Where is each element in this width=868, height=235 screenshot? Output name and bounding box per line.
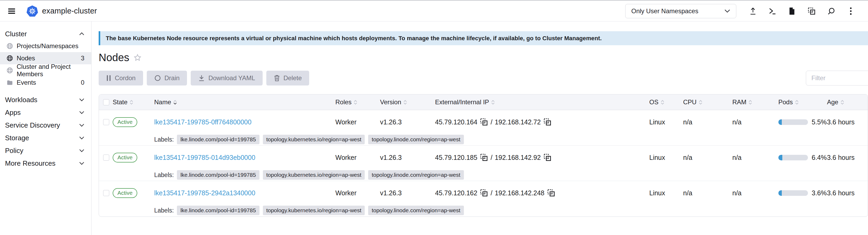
column-header-state[interactable]: State (113, 98, 154, 106)
delete-button[interactable]: Delete (266, 71, 309, 86)
info-banner-text: The base Kubernetes Node resource repres… (106, 35, 602, 42)
hamburger-menu-icon[interactable] (8, 8, 15, 14)
table-row: Activelke135417-199785-014d93eb0000Worke… (99, 146, 868, 181)
row-checkbox[interactable] (103, 190, 109, 196)
cell-external-internal-ip: 45.79.120.162/192.168.142.248 (435, 189, 649, 197)
label-tag: topology.kubernetes.io/region=ap-west (263, 206, 365, 215)
table-row-main: Activelke135417-199785-014d93eb0000Worke… (99, 146, 868, 169)
sort-arrows-icon (795, 100, 799, 105)
table-row: Activelke135417-199785-2942a1340000Worke… (99, 181, 868, 216)
column-header-age[interactable]: Age (827, 98, 868, 106)
sort-arrows-icon (130, 100, 133, 105)
column-header-label: Name (154, 98, 171, 106)
sidebar-group-apps[interactable]: Apps (0, 106, 91, 119)
chevron-up-icon (79, 32, 84, 35)
cell-age: 3.6 hours (827, 118, 868, 126)
cell-ram: n/a (732, 189, 778, 197)
column-header-name[interactable]: Name (154, 98, 335, 106)
chevron-down-icon (79, 162, 84, 165)
favorite-star-icon[interactable] (133, 54, 142, 62)
pods-progress-fill (778, 190, 782, 196)
roles-value: Worker (335, 154, 356, 161)
pods-progress-fill (778, 155, 782, 160)
cell-cpu: n/a (683, 154, 732, 161)
node-name-link[interactable]: lke135417-199785-2942a1340000 (154, 189, 255, 197)
label-tag: lke.linode.com/pool-id=199785 (177, 170, 259, 180)
version-value: v1.26.3 (380, 118, 402, 126)
select-all-checkbox[interactable] (103, 99, 109, 105)
sidebar-group-storage[interactable]: Storage (0, 131, 91, 144)
actions-toolbar: CordonDrainDownload YAMLDelete (99, 71, 868, 86)
namespace-filter-dropdown[interactable]: Only User Namespaces (625, 4, 736, 18)
age-value: 3.6 hours (827, 154, 855, 161)
sidebar-item-cluster-and-project-members[interactable]: Cluster and Project Members (0, 64, 91, 77)
cordon-button[interactable]: Cordon (99, 71, 143, 86)
cell-checkbox (99, 119, 113, 125)
column-header-cpu[interactable]: CPU (683, 98, 732, 106)
copy-icon[interactable] (543, 153, 552, 162)
rancher-app: example-cluster Only User Namespaces Clu… (0, 0, 868, 235)
pods-progress-bar (778, 190, 808, 196)
os-value: Linux (649, 189, 665, 197)
sidebar-group-policy[interactable]: Policy (0, 144, 91, 157)
globe-icon (6, 67, 13, 74)
sidebar-group-more-resources[interactable]: More Resources (0, 157, 91, 170)
sidebar-item-projects-namespaces[interactable]: Projects/Namespaces (0, 40, 91, 52)
cpu-value: n/a (683, 189, 692, 197)
filter-input[interactable] (806, 71, 868, 86)
cell-name: lke135417-199785-0ff764800000 (154, 118, 335, 126)
row-checkbox[interactable] (103, 154, 109, 160)
column-header-label: Roles (335, 98, 351, 106)
column-header-pods[interactable]: Pods (778, 98, 827, 106)
column-header-os[interactable]: OS (649, 98, 683, 106)
sidebar-group-service-discovery[interactable]: Service Discovery (0, 119, 91, 131)
column-header-ram[interactable]: RAM (732, 98, 778, 106)
sidebar-item-events[interactable]: Events0 (0, 77, 91, 89)
kubernetes-logo-icon (26, 5, 38, 17)
column-header-label: External/Internal IP (435, 98, 489, 106)
node-name-link[interactable]: lke135417-199785-0ff764800000 (154, 118, 251, 126)
status-badge: Active (113, 117, 137, 127)
import-yaml-icon[interactable] (743, 4, 763, 18)
button-label: Download YAML (208, 75, 255, 82)
sidebar-item-nodes[interactable]: Nodes3 (0, 52, 91, 64)
version-value: v1.26.3 (380, 154, 402, 161)
button-label: Drain (164, 75, 180, 82)
chevron-down-icon (79, 98, 84, 101)
kebab-menu-icon[interactable] (841, 4, 861, 18)
cell-version: v1.26.3 (380, 189, 435, 197)
search-icon[interactable] (822, 4, 841, 18)
namespace-filter-value: Only User Namespaces (631, 7, 698, 15)
cell-checkbox (99, 190, 113, 196)
sidebar-group-cluster[interactable]: Cluster (0, 28, 91, 40)
column-header-version[interactable]: Version (380, 98, 435, 106)
row-checkbox[interactable] (103, 119, 109, 125)
cell-state: Active (113, 117, 154, 127)
sidebar-group-workloads[interactable]: Workloads (0, 93, 91, 106)
copy-kubeconfig-icon[interactable] (802, 4, 822, 18)
sort-arrows-icon (748, 100, 752, 105)
button-label: Delete (283, 75, 302, 82)
column-header-external-internal-ip[interactable]: External/Internal IP (435, 98, 649, 106)
copy-icon[interactable] (480, 189, 488, 197)
cpu-value: n/a (683, 118, 692, 126)
cell-age: 3.6 hours (827, 154, 868, 161)
internal-ip-value: 192.168.142.248 (495, 189, 545, 197)
roles-value: Worker (335, 118, 356, 126)
download-yaml-button[interactable]: Download YAML (191, 71, 262, 86)
column-header-label: CPU (683, 98, 696, 106)
chevron-down-icon (79, 136, 84, 140)
age-value: 3.6 hours (827, 118, 855, 126)
column-header-roles[interactable]: Roles (335, 98, 380, 106)
kubectl-shell-icon[interactable] (763, 4, 782, 18)
drain-button[interactable]: Drain (147, 71, 187, 86)
label-tag: topology.kubernetes.io/region=ap-west (263, 170, 365, 180)
chevron-down-icon (79, 124, 84, 127)
download-kubeconfig-icon[interactable] (782, 4, 802, 18)
node-name-link[interactable]: lke135417-199785-014d93eb0000 (154, 154, 255, 161)
copy-icon[interactable] (480, 153, 488, 162)
row-labels: Labels:lke.linode.com/pool-id=199785topo… (99, 205, 868, 216)
copy-icon[interactable] (480, 118, 488, 126)
copy-icon[interactable] (543, 118, 552, 126)
copy-icon[interactable] (547, 189, 555, 197)
